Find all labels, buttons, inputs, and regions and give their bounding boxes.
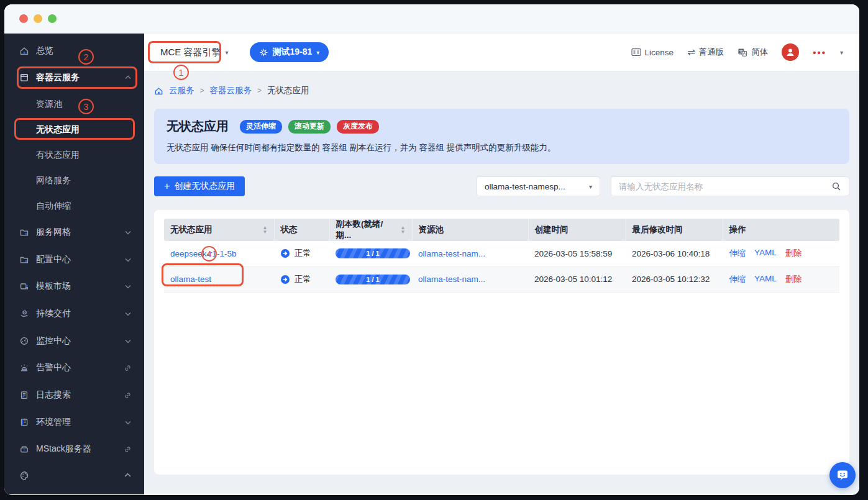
delivery-icon — [19, 309, 29, 319]
sort-icon[interactable]: ▲▼ — [397, 225, 406, 234]
sidebar-item-label: 配置中心 — [36, 254, 124, 265]
template-icon — [19, 281, 29, 291]
plus-icon: + — [164, 181, 170, 191]
chevron-down-icon: ▾ — [226, 49, 229, 56]
breadcrumb: 云服务 > 容器云服务 > 无状态应用 — [154, 85, 849, 96]
create-stateless-app-button[interactable]: + 创建无状态应用 — [154, 176, 245, 196]
breadcrumb-link-container-cloud[interactable]: 容器云服务 — [210, 85, 252, 96]
scale-action[interactable]: 伸缩 — [729, 274, 746, 285]
license-label: License — [645, 48, 674, 57]
sidebar-item-service-mesh[interactable]: 服务网格 — [4, 219, 144, 246]
language-switch-button[interactable]: 文A 简体 — [738, 47, 768, 58]
sidebar-item-alert-center[interactable]: 告警中心 — [4, 355, 144, 382]
support-chat-fab[interactable] — [829, 462, 856, 488]
sidebar-item-container-cloud[interactable]: 容器云服务 — [4, 65, 144, 92]
scale-action[interactable]: 伸缩 — [729, 248, 746, 259]
column-header-created: 创建时间 — [528, 219, 626, 241]
chevron-down-icon — [124, 283, 132, 290]
badge-flexible-scaling: 灵活伸缩 — [240, 120, 282, 134]
sidebar-item-continuous-delivery[interactable]: 持续交付 — [4, 300, 144, 327]
sidebar-item-label: 告警中心 — [36, 362, 124, 373]
badge-gray-release: 灰度发布 — [337, 120, 379, 134]
user-avatar[interactable] — [782, 43, 799, 61]
home-icon[interactable] — [154, 86, 163, 96]
sidebar-item-label: MStack服务器 — [36, 443, 124, 455]
column-header-name[interactable]: 无状态应用▲▼ — [164, 219, 274, 241]
cluster-wheel-icon — [259, 48, 268, 57]
search-input[interactable] — [619, 182, 831, 191]
alarm-icon — [19, 363, 29, 373]
sidebar-item-stateless-app[interactable]: 无状态应用 — [4, 117, 144, 142]
namespace-select[interactable]: ollama-test-namesp... ▾ — [477, 176, 600, 196]
breadcrumb-current: 无状态应用 — [267, 85, 309, 96]
chevron-down-icon — [124, 419, 132, 426]
sidebar-submenu: 资源池 无状态应用 有状态应用 网络服务 自动伸缩 — [4, 91, 144, 219]
search-icon[interactable] — [831, 181, 841, 191]
close-window-button[interactable] — [19, 14, 28, 23]
titlebar — [4, 4, 859, 34]
sidebar-item-config-center[interactable]: 配置中心 — [4, 246, 144, 273]
sidebar-item-template-market[interactable]: 模板市场 — [4, 273, 144, 301]
app-name-link[interactable]: deepseek-r1-1-5b — [170, 249, 237, 258]
yaml-action[interactable]: YAML — [754, 274, 777, 285]
badge-rolling-update: 滚动更新 — [288, 120, 331, 134]
delete-action[interactable]: 删除 — [785, 248, 802, 259]
pool-link[interactable]: ollama-test-nam... — [418, 249, 485, 258]
page-content: 云服务 > 容器云服务 > 无状态应用 无状态应用 灵活伸缩 滚动更新 灰度发布… — [144, 71, 859, 494]
sidebar-item-network-service[interactable]: 网络服务 — [4, 168, 144, 193]
column-header-status: 状态 — [274, 219, 329, 241]
sidebar-item-label: 总览 — [36, 45, 132, 57]
cluster-selector-button[interactable]: 测试19-81 ▾ — [250, 42, 329, 62]
collapse-sidebar-icon[interactable] — [124, 471, 132, 480]
sidebar-footer — [4, 463, 144, 494]
edition-switch-button[interactable]: ⇌ 普通版 — [687, 47, 724, 58]
sidebar-item-mstack-server[interactable]: MStack服务器 — [4, 436, 144, 463]
chevron-down-icon[interactable]: ▾ — [840, 49, 843, 56]
delete-action[interactable]: 删除 — [785, 274, 802, 285]
sidebar-item-monitor-center[interactable]: 监控中心 — [4, 327, 144, 355]
cluster-label: 测试19-81 — [273, 47, 313, 58]
chevron-down-icon — [124, 337, 132, 345]
edition-label: 普通版 — [699, 47, 724, 58]
log-icon — [19, 390, 29, 400]
sidebar-item-log-search[interactable]: 日志搜索 — [4, 381, 144, 409]
breadcrumb-separator: > — [200, 86, 204, 95]
created-time: 2026-03-05 15:58:59 — [534, 249, 612, 258]
external-link-icon — [124, 445, 132, 453]
theme-palette-icon[interactable] — [19, 470, 30, 481]
sidebar-item-stateful-app[interactable]: 有状态应用 — [4, 142, 144, 168]
breadcrumb-link-cloud-service[interactable]: 云服务 — [169, 85, 194, 96]
svg-text:A: A — [743, 51, 746, 55]
app-name-link[interactable]: ollama-test — [170, 275, 211, 284]
minimize-window-button[interactable] — [34, 14, 42, 23]
column-header-replicas[interactable]: 副本数(就绪/期...▲▼ — [329, 219, 412, 241]
sidebar-item-label: 模板市场 — [36, 281, 124, 292]
sidebar-item-autoscaling[interactable]: 自动伸缩 — [4, 193, 144, 219]
sidebar-item-overview[interactable]: 总览 — [4, 37, 144, 65]
sidebar-item-environment-mgmt[interactable]: 环境管理 — [4, 409, 144, 436]
zoom-window-button[interactable] — [48, 14, 57, 23]
product-switcher[interactable]: MCE 容器引擎 ▾ — [155, 43, 234, 62]
status-text: 正常 — [295, 248, 311, 259]
chat-smiley-icon — [836, 468, 849, 482]
sidebar-item-label: 监控中心 — [36, 335, 124, 347]
sort-icon[interactable]: ▲▼ — [259, 225, 268, 234]
column-header-actions: 操作 — [723, 219, 839, 241]
pool-link[interactable]: ollama-test-nam... — [418, 275, 485, 284]
license-button[interactable]: License — [631, 48, 674, 57]
status-running-icon — [280, 248, 290, 258]
translate-icon: 文A — [738, 48, 747, 57]
folder-icon — [19, 227, 29, 237]
exchange-icon: ⇌ — [687, 47, 695, 58]
sidebar-item-label: 日志搜索 — [36, 389, 124, 401]
sidebar-item-resource-pool[interactable]: 资源池 — [4, 91, 144, 117]
more-actions-button[interactable]: ••• — [813, 47, 826, 58]
license-icon — [631, 48, 641, 57]
stateless-app-table: 无状态应用▲▼ 状态 副本数(就绪/期...▲▼ 资源池 创建时间 最后修改时间… — [164, 219, 839, 293]
status-text: 正常 — [295, 274, 311, 285]
yaml-action[interactable]: YAML — [754, 248, 777, 259]
breadcrumb-separator: > — [257, 86, 262, 95]
chevron-down-icon: ▾ — [316, 49, 319, 56]
toolbar: + 创建无状态应用 ollama-test-namesp... ▾ — [154, 176, 849, 196]
namespace-value: ollama-test-namesp... — [485, 182, 565, 191]
